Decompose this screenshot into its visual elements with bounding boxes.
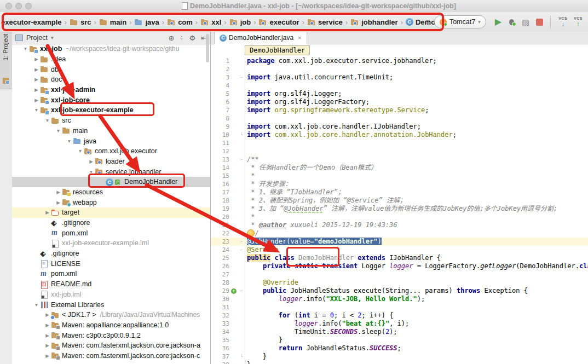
tree-item-3-doc[interactable]: ▶doc: [12, 74, 210, 85]
code-line-16[interactable]: 16 * 开发步骤：: [211, 180, 588, 188]
tree-item-24-xxl-job.iml[interactable]: xxl-job.iml: [12, 290, 210, 300]
breadcrumb-item-executor-example[interactable]: executor-example: [1, 18, 62, 26]
code-line-18[interactable]: 18 * 2、装配到Spring，例如加 “@Service” 注解；: [211, 197, 588, 205]
code-line-24[interactable]: 24−@Service: [211, 246, 588, 254]
fold-marker[interactable]: −: [238, 238, 245, 246]
close-tab-icon[interactable]: ×: [298, 34, 301, 41]
tree-expand-arrow[interactable]: ▶: [88, 159, 95, 164]
tree-item-11-loader[interactable]: ▶loader: [12, 157, 210, 167]
tree-expand-arrow[interactable]: ▼: [88, 169, 95, 175]
coverage-button[interactable]: ▨: [522, 18, 529, 26]
close-button[interactable]: [5, 3, 12, 9]
tree-expand-arrow[interactable]: ▶: [33, 77, 40, 82]
breadcrumb-item-xxl[interactable]: xxl: [200, 18, 221, 26]
code-line-33[interactable]: 33 logger.info("beat at:{}", i);: [211, 320, 588, 328]
code-line-28[interactable]: 28 @Override: [211, 279, 588, 287]
tree-item-14-resources[interactable]: ▶resources: [12, 187, 210, 198]
code-line-10[interactable]: 10└import com.xxl.job.core.handler.annot…: [211, 131, 588, 139]
tree-item-17-.gitignore[interactable]: .gitignore: [12, 218, 210, 228]
fold-marker[interactable]: └: [238, 353, 245, 361]
zoom-button[interactable]: [25, 3, 32, 9]
code-line-9[interactable]: 9import com.xxl.job.core.handler.IJobHan…: [211, 123, 588, 131]
collapse-all-icon[interactable]: ÷: [180, 34, 183, 42]
tree-item-25-External-Libraries[interactable]: ▼External Libraries: [12, 299, 210, 310]
tree-item-15-webapp[interactable]: ▶webapp: [12, 197, 210, 207]
tree-item-7-src[interactable]: ▼src: [12, 115, 210, 126]
tree-expand-arrow[interactable]: ▶: [44, 322, 51, 328]
tree-expand-arrow[interactable]: ▶: [33, 56, 40, 62]
tree-item-19-xxl-job-executor-example.iml[interactable]: xxl-job-executor-example.iml: [12, 238, 210, 249]
code-line-4[interactable]: 4: [211, 82, 588, 90]
tree-item-4-xxl-job-admin[interactable]: ▶xxl-job-admin: [12, 85, 210, 95]
tree-expand-arrow[interactable]: ▶: [33, 67, 40, 72]
code-line-3[interactable]: 3−import java.util.concurrent.TimeUnit;: [211, 73, 588, 82]
tree-expand-arrow[interactable]: ▼: [77, 148, 84, 154]
tree-expand-arrow[interactable]: ▶: [44, 343, 51, 348]
tree-item-30-Maven-com.fasterxml.jackson.core-jackson-c[interactable]: ▶Maven: com.fasterxml.jackson.core:jacks…: [12, 351, 210, 361]
editor-tab-demojobhandler[interactable]: C DemoJobHandler.java ×: [214, 32, 307, 44]
tree-item-10-com.xxl.job.executor[interactable]: ▼com.xxl.job.executor: [12, 146, 210, 157]
tree-item-26-<-JDK1.7->[interactable]: ▶< JDK1.7 >/Library/Java/JavaVirtualMach…: [12, 310, 210, 320]
breadcrumb-item-service[interactable]: service: [307, 18, 343, 26]
code-line-34[interactable]: 34 TimeUnit.SECONDS.sleep(2);: [211, 328, 588, 336]
code-line-17[interactable]: 17 * 1、继承 “IJobHandler”；: [211, 188, 588, 197]
code-line-19[interactable]: 19 * 3、加 “@JobHander” 注解，注解value值为新增任务生成…: [211, 205, 588, 213]
tree-expand-arrow[interactable]: ▶: [33, 87, 40, 93]
tree-scrollbar[interactable]: [206, 34, 209, 62]
fold-marker[interactable]: −: [238, 246, 245, 254]
tree-item-2-db[interactable]: ▶db: [12, 64, 210, 74]
run-configuration-select[interactable]: Tomcat7 ▾: [434, 15, 486, 28]
code-line-22[interactable]: 22 */: [211, 229, 588, 238]
editor-breadcrumb-chip[interactable]: DemoJobHandler: [245, 45, 310, 55]
fold-marker[interactable]: └: [238, 131, 245, 139]
tree-item-5-xxl-job-core[interactable]: ▶xxl-job-core: [12, 95, 210, 105]
code-line-13[interactable]: 13−/**: [211, 155, 588, 164]
code-line-35[interactable]: 35 }: [211, 336, 588, 344]
code-line-12[interactable]: 12: [211, 147, 588, 155]
code-line-30[interactable]: 30 logger.info("XXL-JOB, Hello World.");: [211, 295, 588, 303]
tree-expand-arrow[interactable]: ▶: [55, 200, 62, 205]
breadcrumb-item-job[interactable]: job: [229, 18, 251, 26]
tree-expand-arrow[interactable]: ▶: [44, 353, 51, 359]
tree-item-27-Maven-aopalliance-aopalliance-1.0[interactable]: ▶Maven: aopalliance:aopalliance:1.0: [12, 320, 210, 331]
tree-item-23-README.md[interactable]: README.md: [12, 279, 210, 290]
fold-marker[interactable]: −: [238, 155, 245, 164]
code-line-7[interactable]: 7import org.springframework.stereotype.S…: [211, 106, 588, 114]
tree-expand-arrow[interactable]: ▼: [55, 128, 62, 134]
tree-item-0-xxl-job[interactable]: ▼xxl-job~/workspaces/idea-git-workspace/…: [12, 44, 210, 54]
tree-expand-arrow[interactable]: ▼: [33, 302, 40, 308]
fold-marker[interactable]: −: [238, 73, 245, 82]
code-line-27[interactable]: 27: [211, 270, 588, 279]
breadcrumb-item-src[interactable]: src: [70, 18, 91, 26]
stop-button[interactable]: [536, 19, 543, 26]
tree-expand-arrow[interactable]: ▼: [66, 138, 73, 144]
code-line-31[interactable]: 31: [211, 303, 588, 311]
tree-item-20-.gitignore[interactable]: .gitignore: [12, 249, 210, 259]
code-line-2[interactable]: 2: [211, 65, 588, 73]
code-line-11[interactable]: 11: [211, 139, 588, 147]
breadcrumb-item-com[interactable]: com: [167, 18, 193, 26]
settings-gear-icon[interactable]: ⚙: [189, 34, 195, 42]
locate-file-icon[interactable]: ⊕: [168, 34, 174, 42]
tree-item-13-DemoJobHandler[interactable]: DemoJobHandler: [12, 177, 210, 187]
debug-button[interactable]: [508, 19, 515, 26]
project-view-dropdown[interactable]: ▾: [51, 35, 54, 41]
code-line-21[interactable]: 21 * @author xuxueli 2015-12-19 19:43:36: [211, 221, 588, 229]
tree-item-18-pom.xml[interactable]: pom.xml: [12, 228, 210, 238]
tree-expand-arrow[interactable]: ▶: [44, 210, 51, 215]
code-line-23[interactable]: 23−@JobHander(value="demoJobHandler"): [211, 238, 588, 246]
breadcrumb-item-java[interactable]: java: [134, 18, 159, 26]
code-line-20[interactable]: 20 *: [211, 213, 588, 221]
tree-item-9-java[interactable]: ▼java: [12, 136, 210, 146]
tree-item-22-pom.xml[interactable]: pom.xml: [12, 269, 210, 279]
tree-item-28-Maven-c3p0-c3p0-0.9.1.2[interactable]: ▶Maven: c3p0:c3p0:0.9.1.2: [12, 330, 210, 340]
code-line-15[interactable]: 15 *: [211, 172, 588, 180]
code-line-8[interactable]: 8: [211, 114, 588, 123]
tree-expand-arrow[interactable]: ▼: [44, 118, 51, 123]
minimize-button[interactable]: [15, 3, 22, 9]
breadcrumb-item-executor[interactable]: executor: [258, 18, 299, 26]
code-line-14[interactable]: 14 * 任务Handler的一个Demo（Bean模式）: [211, 164, 588, 172]
tree-item-16-target[interactable]: ▶target: [12, 207, 210, 218]
tree-expand-arrow[interactable]: ▼: [33, 107, 40, 113]
code-line-26[interactable]: 26 private static transient Logger logge…: [211, 262, 588, 270]
